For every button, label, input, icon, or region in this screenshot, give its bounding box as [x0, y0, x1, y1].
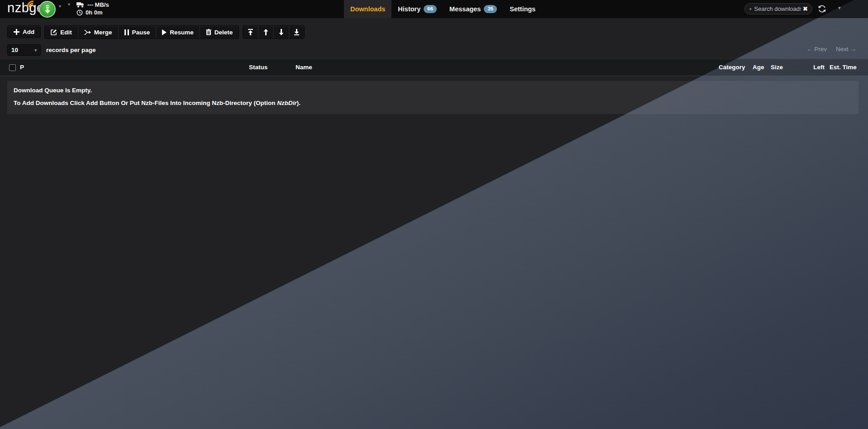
resume-button[interactable]: Resume — [156, 26, 200, 38]
resume-button-label: Resume — [170, 29, 194, 36]
queue-table-header: P Status Name Category Age Size Left Est… — [0, 59, 868, 76]
edit-button[interactable]: Edit — [45, 26, 78, 38]
stats-caret-icon[interactable]: ▾ — [68, 2, 70, 7]
page-size-value: 10 — [11, 47, 18, 53]
edit-icon — [51, 29, 57, 35]
speed-truck-icon — [76, 2, 85, 8]
column-size: Size — [771, 64, 783, 71]
add-button-label: Add — [23, 29, 34, 35]
search-options-caret-icon[interactable]: ▾ — [749, 7, 752, 11]
arrow-down-icon — [278, 29, 284, 35]
merge-button-label: Merge — [94, 29, 112, 36]
refresh-button[interactable] — [817, 4, 827, 14]
arrow-up-icon — [263, 29, 269, 35]
edit-button-label: Edit — [60, 29, 72, 36]
column-left: Left — [806, 64, 825, 71]
history-count-badge: 66 — [424, 5, 437, 13]
add-button[interactable]: Add — [7, 25, 41, 38]
next-page-link[interactable]: Next → — [836, 46, 856, 52]
arrow-to-top-icon — [248, 29, 253, 35]
empty-queue-title: Download Queue Is Empty. — [14, 87, 858, 94]
search-box: ▾ ✖ — [744, 3, 812, 14]
records-per-page-row: 10 ▾ records per page — [7, 44, 96, 56]
tab-settings-label: Settings — [510, 5, 535, 13]
empty-queue-panel: Download Queue Is Empty. To Add Download… — [7, 81, 858, 114]
navbar-more-caret-icon[interactable]: ▾ — [838, 5, 841, 11]
column-age: Age — [753, 64, 764, 71]
pause-button-label: Pause — [132, 29, 150, 36]
time-left-clock-icon — [76, 10, 83, 16]
select-all-checkbox[interactable] — [9, 64, 16, 71]
main-nav-tabs: Downloads History 66 Messages 35 Setting… — [344, 0, 542, 18]
column-priority: P — [20, 64, 24, 71]
delete-button[interactable]: Delete — [200, 26, 239, 38]
merge-icon — [84, 29, 91, 35]
delete-button-label: Delete — [215, 29, 233, 36]
records-per-page-label: records per page — [46, 47, 96, 53]
search-clear-icon[interactable]: ✖ — [803, 5, 808, 12]
download-arrow-icon — [44, 5, 51, 14]
plus-icon — [14, 29, 19, 35]
tab-settings[interactable]: Settings — [503, 0, 542, 18]
page-size-caret-icon: ▾ — [34, 48, 37, 52]
edit-actions-group: Edit Merge Pause Resume — [44, 25, 239, 39]
trash-icon — [206, 29, 211, 35]
tab-messages[interactable]: Messages 35 — [443, 0, 503, 18]
empty-hint-prefix: To Add Downloads Click Add Button Or Put… — [14, 100, 277, 106]
messages-count-badge: 35 — [484, 5, 497, 13]
search-input[interactable] — [754, 5, 801, 12]
page-size-select[interactable]: 10 ▾ — [7, 44, 41, 56]
column-est-time: Est. Time — [830, 64, 857, 71]
column-category: Category — [719, 64, 745, 71]
refresh-icon — [817, 4, 827, 14]
download-options-caret-icon[interactable]: ▾ — [59, 4, 61, 9]
move-bottom-button[interactable] — [289, 26, 304, 38]
download-nzb-button[interactable] — [39, 1, 56, 18]
column-status: Status — [249, 64, 267, 71]
prev-page-link[interactable]: ← Prev — [806, 46, 827, 52]
tab-downloads[interactable]: Downloads — [344, 0, 391, 18]
empty-queue-hint: To Add Downloads Click Add Button Or Put… — [14, 100, 858, 106]
play-icon — [162, 29, 167, 35]
top-navbar: nzbget ▾ ▾ --- MB/s 0h 0m — [0, 0, 868, 18]
tab-messages-label: Messages — [449, 5, 481, 13]
move-up-button[interactable] — [258, 26, 273, 38]
download-speed-value: --- MB/s — [87, 1, 109, 8]
tab-history[interactable]: History 66 — [391, 0, 443, 18]
arrow-to-bottom-icon — [294, 29, 300, 35]
move-top-button[interactable] — [243, 26, 258, 38]
move-down-button[interactable] — [273, 26, 289, 38]
logo-signal-arcs-icon — [27, 0, 38, 7]
tab-history-label: History — [398, 5, 420, 13]
merge-button[interactable]: Merge — [78, 26, 118, 38]
tab-downloads-label: Downloads — [350, 5, 385, 13]
move-actions-group — [243, 25, 305, 39]
column-name: Name — [296, 64, 312, 71]
queue-toolbar: Add Edit Merge Pause Res — [7, 25, 305, 39]
pause-icon — [124, 29, 129, 35]
time-left-value: 0h 0m — [86, 9, 103, 16]
pause-button[interactable]: Pause — [118, 26, 156, 38]
empty-hint-suffix: ). — [297, 100, 300, 106]
empty-hint-option-name: NzbDir — [277, 100, 297, 106]
pagination: ← Prev Next → — [806, 46, 856, 52]
